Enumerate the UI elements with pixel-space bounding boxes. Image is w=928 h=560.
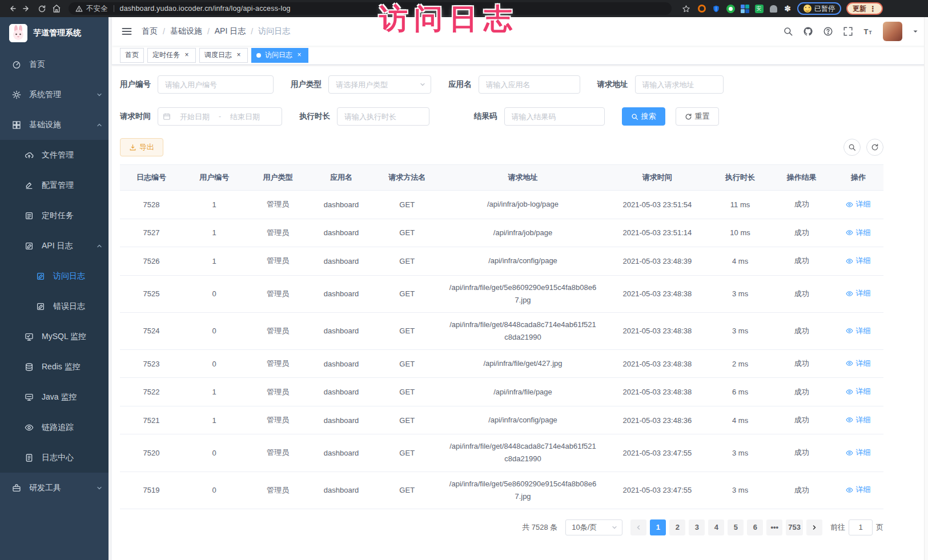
sidebar-item-java-monitor[interactable]: Java 监控	[0, 382, 112, 412]
avatar-caret-down-icon[interactable]	[912, 28, 919, 35]
end-date-input[interactable]	[223, 112, 267, 121]
cell-request-url: /api/infra/job-log/page	[441, 191, 604, 219]
cell-method: GET	[373, 349, 441, 378]
chevron-up-icon	[96, 122, 103, 128]
font-size-icon[interactable]: TT	[863, 26, 873, 37]
extension-icon-green-circle[interactable]	[726, 4, 735, 13]
page-size-select[interactable]: 10条/页	[565, 519, 622, 535]
breadcrumb-infrastructure[interactable]: 基础设施	[170, 26, 202, 37]
extension-icon-gray[interactable]	[769, 4, 778, 13]
prev-page-button[interactable]	[630, 519, 646, 535]
cell-user-type: 管理员	[246, 434, 310, 472]
page-button[interactable]: 4	[708, 519, 724, 535]
close-icon[interactable]: ×	[183, 51, 191, 59]
fullscreen-icon[interactable]	[843, 26, 853, 37]
result-code-input[interactable]	[504, 107, 605, 126]
page-button[interactable]: 6	[747, 519, 763, 535]
browser-back-button[interactable]	[6, 2, 18, 15]
toggle-search-button[interactable]	[843, 139, 861, 156]
user-id-input[interactable]	[158, 75, 274, 94]
detail-link[interactable]: 详细	[846, 358, 870, 369]
sidebar-item-redis-monitor[interactable]: Redis 监控	[0, 352, 112, 382]
detail-link[interactable]: 详细	[846, 386, 870, 397]
sidebar-item-log-center[interactable]: 日志中心	[0, 442, 112, 473]
sidebar-item-access-log[interactable]: 访问日志	[0, 261, 112, 291]
security-label: 不安全	[86, 4, 108, 14]
browser-reload-button[interactable]	[35, 2, 48, 15]
page-button[interactable]: 1	[650, 519, 666, 535]
browser-menu-icon[interactable]: ⋮	[869, 5, 877, 13]
sidebar-item-mysql-monitor[interactable]: MySQL 监控	[0, 321, 112, 352]
reset-button[interactable]: 重置	[676, 107, 719, 126]
tag-access-log[interactable]: 访问日志×	[251, 48, 308, 63]
help-icon[interactable]	[823, 26, 833, 37]
cell-actions: 详细	[833, 349, 883, 378]
detail-link[interactable]: 详细	[846, 256, 870, 266]
close-icon[interactable]: ×	[235, 51, 243, 59]
download-icon	[129, 144, 136, 151]
hamburger-icon[interactable]	[121, 26, 132, 37]
app-name-input[interactable]	[479, 75, 580, 94]
page-button[interactable]: •••	[766, 519, 782, 535]
detail-link[interactable]: 详细	[846, 228, 870, 238]
goto-page-input[interactable]	[849, 519, 873, 535]
next-page-button[interactable]	[806, 519, 822, 535]
start-date-input[interactable]	[173, 112, 216, 121]
sidebar-item-trace[interactable]: 链路追踪	[0, 412, 112, 442]
browser-address-bar[interactable]: 不安全 dashboard.yudao.iocoder.cn/infra/log…	[69, 2, 672, 15]
sidebar-item-system[interactable]: 系统管理	[0, 79, 112, 110]
detail-link[interactable]: 详细	[846, 199, 870, 210]
sidebar-item-home[interactable]: 首页	[0, 49, 112, 79]
browser-update-button[interactable]: 更新 ⋮	[846, 2, 883, 15]
page-button[interactable]: 5	[728, 519, 744, 535]
github-icon[interactable]	[803, 26, 813, 37]
bookmark-star-icon[interactable]	[680, 2, 692, 15]
dashboard-icon	[12, 60, 21, 69]
sidebar-item-file-management[interactable]: 文件管理	[0, 140, 112, 170]
browser-forward-button[interactable]	[21, 2, 33, 15]
detail-link[interactable]: 详细	[846, 415, 870, 425]
sidebar-item-config-management[interactable]: 配置管理	[0, 170, 112, 200]
search-button[interactable]: 搜索	[622, 107, 665, 126]
col-app-name: 应用名	[310, 165, 372, 191]
browser-home-button[interactable]	[50, 2, 63, 15]
sidebar-item-dev-tools[interactable]: 研发工具	[0, 473, 112, 503]
user-type-select[interactable]	[328, 75, 431, 94]
user-avatar[interactable]	[883, 22, 902, 41]
sidebar-item-api-log[interactable]: API 日志	[0, 231, 112, 261]
detail-link[interactable]: 详细	[846, 326, 870, 336]
page-content: 用户编号 用户类型 应用名 请求地址	[112, 65, 928, 560]
export-button[interactable]: 导出	[120, 138, 163, 156]
extension-icon-pinwheel[interactable]: ✽	[783, 4, 792, 13]
detail-link[interactable]: 详细	[846, 448, 870, 458]
page-button[interactable]: 753	[786, 519, 803, 535]
breadcrumb-home[interactable]: 首页	[142, 26, 158, 37]
tag-home[interactable]: 首页	[120, 48, 144, 63]
page-scrollbar[interactable]	[924, 17, 928, 560]
app-logo[interactable]: 芋道管理系统	[0, 17, 112, 49]
extension-icon-orange[interactable]	[697, 4, 706, 13]
detail-link[interactable]: 详细	[846, 485, 870, 495]
request-url-input[interactable]	[635, 75, 724, 94]
extension-icon-green-square[interactable]: 安	[754, 4, 764, 13]
cell-method: GET	[373, 472, 441, 509]
page-button[interactable]: 2	[669, 519, 685, 535]
profile-paused-badge[interactable]: 已暂停	[797, 2, 841, 15]
extension-icon-shield[interactable]	[712, 4, 721, 13]
duration-input[interactable]	[337, 107, 429, 126]
cell-user-id: 1	[183, 378, 246, 406]
search-icon[interactable]	[783, 26, 793, 37]
sidebar-item-infrastructure[interactable]: 基础设施	[0, 110, 112, 140]
tag-schedule-log[interactable]: 调度日志×	[199, 48, 248, 63]
sidebar-item-scheduled-tasks[interactable]: 定时任务	[0, 200, 112, 231]
page-button[interactable]: 3	[689, 519, 705, 535]
sidebar-item-error-log[interactable]: 错误日志	[0, 291, 112, 321]
extension-icon-grid[interactable]	[740, 4, 749, 13]
refresh-table-button[interactable]	[866, 139, 883, 156]
request-time-range-picker[interactable]: -	[158, 107, 282, 126]
detail-link[interactable]: 详细	[846, 288, 870, 299]
result-code-label: 结果码	[474, 111, 497, 122]
close-icon[interactable]: ×	[295, 51, 303, 59]
breadcrumb-api-log[interactable]: API 日志	[215, 26, 246, 37]
tag-scheduled-tasks[interactable]: 定时任务×	[147, 48, 196, 63]
